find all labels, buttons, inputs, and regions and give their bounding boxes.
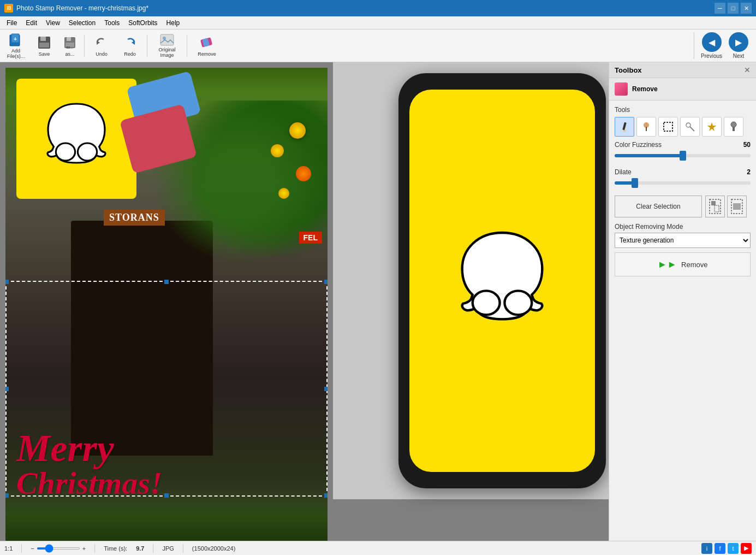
invert-selection-button-1[interactable] <box>705 196 725 217</box>
invert-buttons <box>705 196 747 217</box>
facebook-icon[interactable]: f <box>715 543 725 554</box>
svg-text:+: + <box>14 36 17 42</box>
tools-row <box>615 117 751 137</box>
phone-mockup <box>398 73 606 488</box>
dilate-label: Dilate <box>615 168 632 176</box>
dilate-slider[interactable] <box>615 181 751 191</box>
color-fuzziness-slider[interactable] <box>615 154 751 164</box>
window-controls: ─ □ ✕ <box>715 3 752 14</box>
dilate-value: 2 <box>747 168 751 179</box>
star-tool-button[interactable] <box>702 117 722 137</box>
toolbox-panel: Toolbox ✕ Remove Tools <box>609 62 756 541</box>
svg-point-20 <box>473 291 500 315</box>
original-image-button[interactable]: OriginalImage <box>151 32 183 60</box>
toolbox-header: Toolbox ✕ <box>609 62 756 78</box>
undo-icon <box>94 35 109 50</box>
previous-button[interactable]: ◀ Previous <box>701 32 722 59</box>
remove-label: Remove <box>198 51 216 57</box>
toolbox-title: Toolbox <box>615 66 642 74</box>
previous-icon: ◀ <box>702 32 722 52</box>
save-label: Save <box>39 51 50 57</box>
magic-wand-tool-button[interactable] <box>680 117 700 137</box>
add-files-label: AddFile(s)... <box>7 49 25 60</box>
zoom-display: 1:1 <box>4 545 13 552</box>
snapchat-ghost-small <box>33 95 120 182</box>
zoom-slider[interactable] <box>37 547 80 550</box>
menu-view[interactable]: View <box>41 18 64 28</box>
undo-button[interactable]: Undo <box>88 32 115 60</box>
menu-help[interactable]: Help <box>162 18 184 28</box>
svg-point-16 <box>56 143 75 161</box>
save-button[interactable]: Save <box>31 32 58 60</box>
time-value: 9.7 <box>136 545 144 552</box>
zoom-controls: − + <box>31 545 86 552</box>
clear-selection-button[interactable]: Clear Selection <box>615 196 702 217</box>
mode-label: Object Removing Mode <box>615 223 751 231</box>
svg-rect-31 <box>733 127 735 131</box>
next-button[interactable]: ▶ Next <box>729 32 748 59</box>
pencil-tool-button[interactable] <box>615 117 634 137</box>
svg-marker-29 <box>707 122 716 131</box>
svg-marker-23 <box>623 130 626 132</box>
svg-point-13 <box>163 37 166 40</box>
social-icons: i f t ▶ <box>701 543 752 554</box>
add-files-button[interactable]: + AddFile(s)... <box>2 32 29 60</box>
remove-section-label: Remove <box>632 85 658 93</box>
main-image[interactable]: STORANS FEL Merry Christmas! <box>5 68 328 541</box>
toolbox-content: Tools <box>609 101 756 282</box>
menu-file[interactable]: File <box>2 18 21 28</box>
original-image-label: OriginalImage <box>158 48 175 58</box>
phone-screen <box>409 90 595 472</box>
svg-rect-26 <box>664 122 672 131</box>
svg-line-28 <box>690 127 694 131</box>
zoom-value: 1:1 <box>4 545 13 552</box>
original-image-icon <box>159 33 175 46</box>
app-title: Photo Stamp Remover - merry-christmas.jp… <box>16 4 148 12</box>
menu-softorbits[interactable]: SoftOrbits <box>124 18 162 28</box>
time-label: Time (s): <box>104 545 127 552</box>
dilate-row: Dilate 2 <box>615 168 751 191</box>
stamp-tool-button[interactable] <box>724 117 743 137</box>
toolbar: + AddFile(s)... Save as... as... <box>0 29 756 62</box>
redo-button[interactable]: Redo <box>116 32 144 60</box>
separator-3 <box>187 35 187 57</box>
minimize-button[interactable]: ─ <box>715 3 725 14</box>
mode-row: Object Removing Mode Texture generation … <box>615 223 751 248</box>
zoom-plus-icon[interactable]: + <box>82 545 86 552</box>
redo-label: Redo <box>124 51 136 57</box>
tools-label: Tools <box>615 106 751 114</box>
svg-rect-22 <box>622 122 626 131</box>
next-label: Next <box>733 53 745 59</box>
brush-tool-button[interactable] <box>636 117 656 137</box>
svg-rect-7 <box>67 37 71 41</box>
remove-icon <box>199 35 215 50</box>
youtube-icon[interactable]: ▶ <box>741 543 752 554</box>
color-fuzziness-value: 50 <box>743 141 751 152</box>
menu-edit[interactable]: Edit <box>21 18 41 28</box>
remove-tool-button[interactable]: Remove <box>191 32 223 60</box>
svg-point-27 <box>686 123 690 127</box>
menu-selection[interactable]: Selection <box>64 18 100 28</box>
mode-select[interactable]: Texture generation Smart filling Move & … <box>615 233 751 248</box>
main-area: STORANS FEL Merry Christmas! <box>0 62 756 541</box>
info-icon[interactable]: i <box>701 543 712 554</box>
svg-point-21 <box>504 291 532 315</box>
svg-marker-10 <box>97 40 100 45</box>
toolbox-close-button[interactable]: ✕ <box>744 66 751 74</box>
invert-selection-button-2[interactable] <box>727 196 747 217</box>
zoom-minus-icon[interactable]: − <box>31 545 34 552</box>
save-as-button[interactable]: as... as... <box>59 32 81 60</box>
remove-button[interactable]: ►► Remove <box>615 252 751 276</box>
menu-tools[interactable]: Tools <box>100 18 124 28</box>
color-fuzziness-row: Color Fuzziness 50 <box>615 141 751 164</box>
title-bar: 🖼 Photo Stamp Remover - merry-christmas.… <box>0 0 756 16</box>
rect-select-tool-button[interactable] <box>658 117 678 137</box>
close-button[interactable]: ✕ <box>741 3 752 14</box>
separator-status-4 <box>183 544 183 553</box>
twitter-icon[interactable]: t <box>728 543 739 554</box>
remove-btn-label: Remove <box>681 261 707 269</box>
maximize-button[interactable]: □ <box>728 3 739 14</box>
canvas-area[interactable]: STORANS FEL Merry Christmas! <box>0 62 609 541</box>
separator-1 <box>84 35 85 57</box>
svg-point-30 <box>731 122 736 127</box>
